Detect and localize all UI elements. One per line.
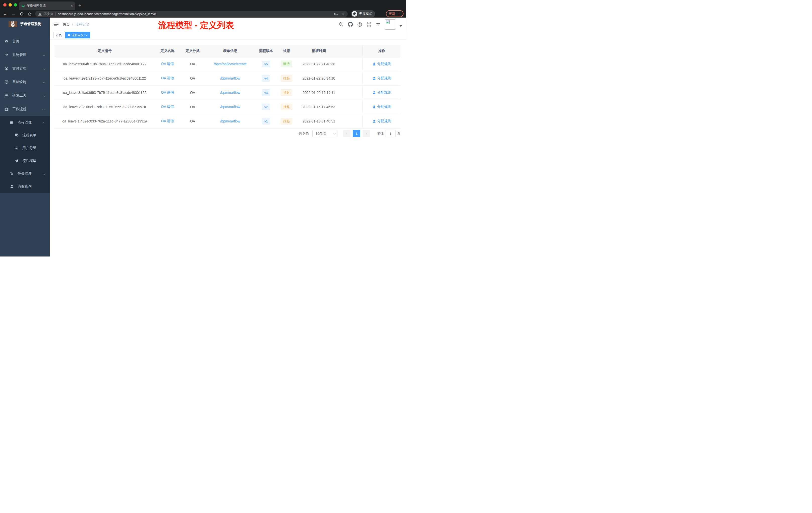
app-logo-avatar: [8, 21, 17, 27]
user-icon: [372, 77, 376, 80]
sidebar-logo-row[interactable]: 芋道管理系统: [0, 18, 50, 31]
tab-title: 芋道管理系统: [27, 4, 69, 8]
breadcrumb-home[interactable]: 首页: [63, 22, 70, 27]
bookmark-star-icon[interactable]: ☆: [342, 12, 345, 16]
search-icon[interactable]: [339, 22, 344, 27]
cell-category: OA: [180, 57, 205, 71]
window-zoom-button[interactable]: [14, 3, 17, 6]
sidebar-item-label: 首页: [12, 39, 45, 44]
column-header-定义名称: 定义名称: [155, 45, 180, 57]
cell-version: v2: [255, 100, 277, 114]
page-unit-label: 页: [397, 131, 401, 136]
assign-rule-link[interactable]: 分配规则: [372, 105, 391, 109]
browser-tabstrip: 芋道管理系统 × +: [0, 0, 406, 10]
toolbox-icon: [4, 94, 8, 98]
cell-definition-name: OA 请假: [155, 86, 180, 100]
sidebar-item-label: 流程表单: [22, 133, 45, 138]
sidebar-item-研发工具[interactable]: 研发工具: [0, 89, 50, 102]
cell-category: OA: [180, 71, 205, 85]
sidebar-item-任务管理[interactable]: 任务管理: [0, 167, 50, 180]
sidebar-item-label: 系统管理: [12, 53, 43, 57]
sidebar-item-流程管理[interactable]: 流程管理: [0, 116, 50, 129]
breadcrumb-separator: /: [72, 22, 73, 27]
browser-update-button[interactable]: 更新 ⋮: [386, 10, 404, 17]
fullscreen-icon[interactable]: [366, 22, 371, 27]
cell-definition-name: OA 请假: [155, 57, 180, 71]
assign-rule-link[interactable]: 分配规则: [372, 90, 391, 95]
sidebar-item-请假查询[interactable]: 请假查询: [0, 180, 50, 193]
sidebar-item-label: 用户分组: [22, 146, 45, 150]
new-tab-button[interactable]: +: [78, 2, 81, 8]
status-badge: 挂起: [281, 75, 292, 82]
app-title: 芋道管理系统: [20, 22, 41, 26]
url-text[interactable]: dashboard.yudao.iocoder.cn/bpm/manager/d…: [58, 12, 332, 16]
user-icon: [372, 105, 376, 109]
status-badge: 挂起: [281, 89, 292, 96]
forward-button[interactable]: →: [10, 11, 17, 17]
url-bar[interactable]: 不安全 dashboard.yudao.iocoder.cn/bpm/manag…: [35, 11, 348, 17]
tag-流程定义[interactable]: 流程定义 ×: [65, 32, 90, 38]
home-button[interactable]: [27, 11, 33, 17]
reload-button[interactable]: [19, 11, 25, 17]
annotation-overlay-text: 流程模型 - 定义列表: [158, 20, 234, 31]
browser-menu-kebab-icon[interactable]: ⋮: [397, 12, 401, 15]
sidebar-item-基础设施[interactable]: 基础设施: [0, 75, 50, 89]
cell-definition-id: oa_leave:4:991f2193-7b7f-11ec-a3c8-acde4…: [55, 71, 155, 85]
sidebar-item-label: 流程管理: [18, 120, 43, 125]
avatar[interactable]: [385, 19, 395, 30]
table-row: oa_leave:4:991f2193-7b7f-11ec-a3c8-acde4…: [55, 71, 401, 86]
sidebar-item-支付管理[interactable]: 支付管理: [0, 62, 50, 75]
sidebar-item-工作流程[interactable]: 工作流程: [0, 102, 50, 116]
cell-category: OA: [180, 114, 205, 128]
assign-rule-link[interactable]: 分配规则: [372, 76, 391, 81]
sidebar-item-label: 工作流程: [12, 107, 43, 112]
cell-actions: 分配规则: [363, 114, 401, 128]
update-label[interactable]: 更新: [389, 11, 395, 16]
goto-page-input[interactable]: [385, 130, 396, 137]
password-key-icon[interactable]: [334, 13, 338, 15]
status-badge: 激活: [281, 61, 292, 67]
next-page-button[interactable]: ›: [362, 130, 370, 137]
github-icon[interactable]: [348, 22, 353, 27]
cell-category: OA: [180, 86, 205, 100]
sidebar-item-流程模型[interactable]: 流程模型: [0, 154, 50, 167]
sidebar-item-系统管理[interactable]: 系统管理: [0, 48, 50, 62]
security-label[interactable]: 不安全: [44, 12, 54, 16]
status-badge: 挂起: [281, 118, 292, 124]
sidebar-collapse-hamburger-icon[interactable]: [54, 22, 59, 27]
browser-tab[interactable]: 芋道管理系统 ×: [19, 1, 75, 10]
column-header-定义编号: 定义编号: [55, 45, 155, 57]
assign-rule-link[interactable]: 分配规则: [372, 62, 391, 66]
back-button[interactable]: ←: [2, 11, 8, 17]
assign-rule-link[interactable]: 分配规则: [372, 119, 391, 123]
table-row: oa_leave:1:482ec033-762a-11ec-8477-a2380…: [55, 114, 401, 128]
org-tree-icon: [10, 172, 14, 176]
page-number-button[interactable]: 1: [353, 130, 360, 137]
caret-down-icon[interactable]: [400, 25, 402, 27]
cell-status: 挂起: [277, 71, 296, 85]
table-header-row: 定义编号定义名称定义分类表单信息流程版本状态部署时间操作: [55, 45, 401, 57]
sidebar-item-用户分组[interactable]: 用户分组: [0, 142, 50, 154]
sidebar-item-label: 请假查询: [18, 184, 45, 189]
top-navbar: 首页 / 流程定义 流程模型 - 定义列表: [50, 18, 406, 31]
tag-close-icon[interactable]: ×: [85, 33, 87, 37]
window-close-button[interactable]: [3, 3, 6, 6]
tab-close-icon[interactable]: ×: [71, 4, 73, 8]
font-size-icon[interactable]: TT: [376, 22, 381, 27]
security-warning-icon[interactable]: [38, 12, 42, 16]
page-size-select[interactable]: 10条/页: [312, 130, 338, 137]
incognito-icon: [352, 11, 357, 17]
tag-首页[interactable]: 首页 ×: [54, 32, 64, 38]
window-controls[interactable]: [3, 3, 17, 6]
sidebar-item-首页[interactable]: 首页: [0, 35, 50, 48]
briefcase-icon: [4, 107, 8, 111]
window-minimize-button[interactable]: [8, 3, 12, 6]
user-icon: [10, 184, 14, 188]
chevron-down-icon: [43, 173, 46, 175]
question-help-icon[interactable]: [357, 22, 362, 27]
cell-version: v1: [255, 114, 277, 128]
browser-toolbar: ← → 不安全 dashboard.yudao.iocoder.cn/bpm/m…: [0, 10, 406, 18]
sidebar-item-流程表单[interactable]: 流程表单: [0, 129, 50, 142]
prev-page-button[interactable]: ‹: [343, 130, 350, 137]
cell-form-link: /bpm/oa/flow: [205, 114, 255, 128]
